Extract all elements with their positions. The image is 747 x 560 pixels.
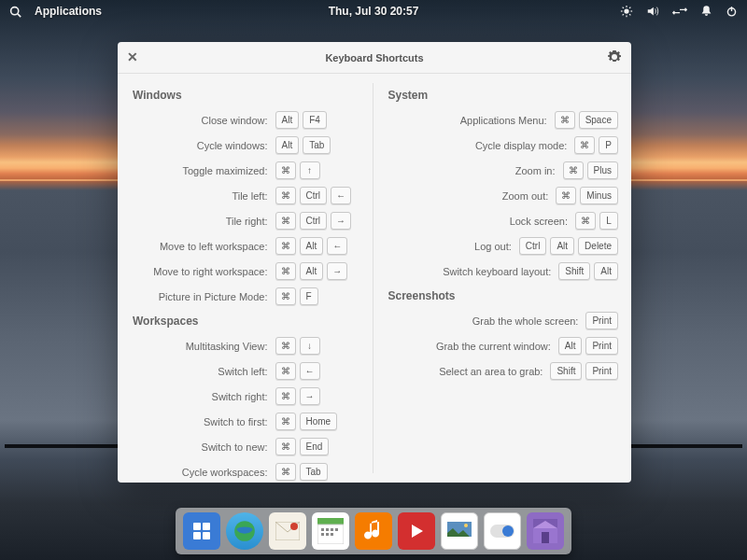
- key-home: Home: [300, 413, 338, 430]
- dock: [176, 508, 571, 554]
- key-super: ⌘: [275, 262, 296, 280]
- top-panel: Applications Thu, Jul 30 20:57: [0, 0, 747, 22]
- key-left: ←: [331, 187, 351, 204]
- power-icon[interactable]: [726, 5, 738, 18]
- key-l: L: [599, 212, 618, 230]
- svg-rect-28: [331, 533, 333, 536]
- row-close-window: Close window: AltF4: [127, 107, 363, 133]
- svg-line-7: [623, 7, 624, 8]
- key-print: Print: [585, 362, 618, 380]
- key-print: Print: [585, 337, 618, 355]
- column-divider: [373, 83, 374, 473]
- key-p: P: [599, 136, 618, 154]
- dock-photos[interactable]: [441, 512, 478, 550]
- row-zoom-out: Zoom out: ⌘Minus: [383, 183, 619, 208]
- dock-multitasking[interactable]: [183, 512, 220, 550]
- key-f: F: [300, 287, 318, 305]
- key-down: ↓: [300, 337, 320, 355]
- row-switch-right: Switch right: ⌘→: [127, 384, 363, 409]
- brightness-icon[interactable]: [620, 5, 633, 18]
- row-tile-right: Tile right: ⌘Ctrl→: [127, 208, 363, 233]
- row-switch-kb: Switch keyboard layout: ShiftAlt: [383, 259, 619, 284]
- key-ctrl: Ctrl: [519, 237, 547, 255]
- key-ctrl: Ctrl: [300, 212, 328, 230]
- key-super: ⌘: [275, 413, 296, 430]
- key-space: Space: [579, 111, 618, 129]
- row-cycle-workspaces: Cycle workspaces: ⌘Tab: [127, 459, 363, 483]
- key-plus: Plus: [587, 161, 618, 179]
- key-super: ⌘: [275, 463, 296, 481]
- dock-mail[interactable]: [269, 512, 306, 550]
- svg-rect-25: [335, 528, 338, 531]
- key-alt: Alt: [594, 262, 618, 280]
- key-shift: Shift: [558, 262, 590, 280]
- svg-rect-26: [321, 533, 324, 536]
- key-alt: Alt: [275, 111, 300, 129]
- key-f4: F4: [303, 111, 327, 129]
- row-log-out: Log out: CtrlAltDelete: [383, 233, 619, 259]
- dock-appcenter[interactable]: [527, 512, 564, 550]
- row-multitasking: Multitasking View: ⌘↓: [127, 333, 363, 358]
- svg-line-8: [629, 14, 630, 15]
- row-move-right-ws: Move to right workspace: ⌘Alt→: [127, 259, 363, 284]
- section-windows: Windows: [133, 89, 363, 102]
- key-right: →: [327, 262, 347, 280]
- svg-line-9: [623, 14, 624, 15]
- row-move-left-ws: Move to left workspace: ⌘Alt←: [127, 233, 363, 259]
- key-super: ⌘: [574, 136, 595, 154]
- row-toggle-maximized: Toggle maximized: ⌘↑: [127, 158, 363, 183]
- dock-settings[interactable]: [484, 512, 521, 550]
- row-tile-left: Tile left: ⌘Ctrl←: [127, 183, 363, 208]
- key-alt: Alt: [558, 337, 583, 355]
- svg-point-33: [502, 525, 514, 537]
- key-end: End: [300, 438, 330, 455]
- svg-rect-14: [203, 523, 210, 530]
- svg-line-10: [629, 7, 630, 8]
- key-print: Print: [585, 312, 618, 329]
- key-right: →: [331, 212, 351, 230]
- svg-rect-16: [203, 532, 210, 539]
- key-ctrl: Ctrl: [300, 187, 328, 204]
- search-icon[interactable]: [9, 6, 21, 18]
- dock-videos[interactable]: [398, 512, 435, 550]
- row-switch-new: Switch to new: ⌘End: [127, 434, 363, 459]
- key-alt: Alt: [300, 262, 324, 280]
- key-right: →: [300, 387, 320, 405]
- svg-line-1: [18, 13, 21, 16]
- svg-rect-20: [317, 518, 344, 525]
- key-super: ⌘: [575, 212, 596, 230]
- key-minus: Minus: [580, 187, 618, 204]
- key-shift: Shift: [550, 362, 582, 380]
- key-left: ←: [327, 237, 347, 255]
- row-cycle-display: Cycle display mode: ⌘P: [383, 133, 619, 158]
- section-workspaces: Workspaces: [133, 315, 363, 328]
- key-alt: Alt: [275, 136, 300, 154]
- keyboard-shortcuts-window: ✕ Keyboard Shortcuts Windows Close windo…: [118, 42, 631, 483]
- close-icon[interactable]: ✕: [127, 50, 138, 63]
- svg-point-2: [624, 8, 628, 13]
- key-super: ⌘: [275, 237, 296, 255]
- column-right: System Applications Menu: ⌘Space Cycle d…: [383, 83, 619, 473]
- key-alt: Alt: [300, 237, 324, 255]
- key-super: ⌘: [555, 111, 575, 129]
- svg-point-19: [290, 523, 298, 530]
- gear-icon[interactable]: [607, 49, 622, 66]
- key-super: ⌘: [275, 337, 296, 355]
- section-system: System: [388, 89, 619, 102]
- dock-browser[interactable]: [226, 512, 263, 550]
- network-icon[interactable]: [672, 5, 687, 18]
- key-super: ⌘: [556, 187, 576, 204]
- notifications-icon[interactable]: [700, 5, 712, 18]
- svg-rect-22: [321, 528, 324, 531]
- key-super: ⌘: [275, 387, 296, 405]
- dialog-titlebar[interactable]: ✕ Keyboard Shortcuts: [118, 42, 631, 74]
- row-zoom-in: Zoom in: ⌘Plus: [383, 158, 619, 183]
- key-tab: Tab: [303, 136, 331, 154]
- row-switch-left: Switch left: ⌘←: [127, 358, 363, 384]
- dock-music[interactable]: [355, 512, 392, 550]
- svg-rect-23: [326, 528, 329, 531]
- applications-menu[interactable]: Applications: [35, 5, 102, 18]
- dock-calendar[interactable]: [312, 512, 349, 550]
- volume-icon[interactable]: [646, 5, 659, 18]
- key-super: ⌘: [275, 438, 296, 455]
